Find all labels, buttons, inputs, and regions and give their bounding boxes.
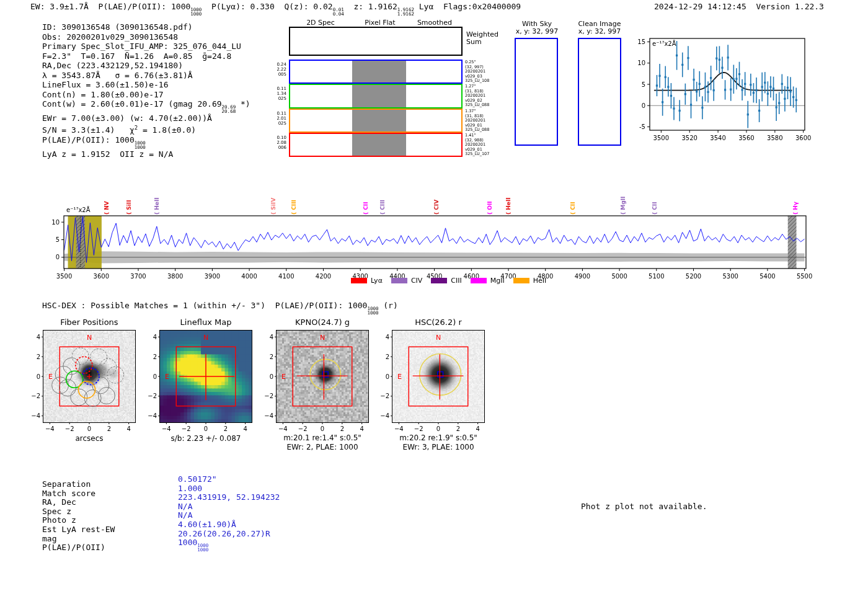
hsc-title: HSC(26.2) r (376, 318, 500, 327)
data-point-24 (724, 89, 726, 91)
lineflux-ytick-label: 2 (153, 353, 157, 360)
match-row-label-7: P(LAE)/P(OII) (42, 543, 115, 553)
info-line-7-text-0: Cont(n) = 1.80(±0.00)e-17 (42, 90, 164, 99)
emission-line-label-ciii-6: ( CIII (380, 200, 386, 215)
data-point-2 (662, 101, 663, 103)
data-point-41 (773, 87, 774, 89)
hsc-caption-1: m:20.2 re:1.9" s:0.5" (370, 433, 507, 442)
emission-line-label-cii-10: ( CII (570, 202, 576, 215)
clean-image-box (578, 38, 621, 146)
spec2d-row-2-flat (352, 85, 406, 107)
match-row-label-5: Est LyA rest-EW (42, 525, 115, 535)
info-line-3-text-0: F=2.3" T=0.167 N̄=1.26 A=0.85 ḡ=24.8 (42, 51, 231, 61)
main-ytick-label: 10 (51, 219, 60, 226)
match-value-4-text-0: N/A (178, 510, 192, 520)
data-point-47 (789, 91, 791, 92)
info-line-8-text-2: *) (236, 99, 250, 109)
main-xtick-label: 5100 (649, 273, 664, 280)
data-point-36 (758, 110, 760, 112)
data-point-3 (665, 76, 666, 78)
lineflux-ytick-label: −4 (148, 412, 157, 419)
main-xtick-label: 5400 (760, 273, 775, 280)
spectrum-line (64, 216, 805, 262)
main-xtick-label: 3700 (130, 273, 146, 280)
info-line-6: LineFlux = 3.60(±1.50)e-16 (42, 80, 250, 90)
fiber-xtick-label: 4 (126, 425, 130, 432)
info-line-2: Primary Spec_Slot_IFU_AMP: 325_076_044_L… (42, 42, 250, 51)
fiber-ytick-label: −4 (31, 412, 40, 419)
info-line-1: Obs: 20200201v029_3090136548 (42, 32, 250, 42)
main-ytick-label: 0 (56, 254, 60, 260)
detail-ytick-label: 5 (642, 81, 645, 88)
legend-item-3: MgII (471, 277, 505, 285)
fiber-positions-image (43, 331, 135, 422)
lineflux-xtick-label: 4 (243, 425, 247, 432)
col-title-pixel-flat: Pixel Flat (358, 19, 402, 27)
emission-line-label-mgii-11: ( MgII (621, 197, 626, 215)
spectrum-legend: LyαCIVCIIIMgIIHeII (351, 277, 555, 285)
lineflux-caption: s/b: 2.23 +/- 0.087 (138, 434, 274, 443)
info-line-4: RA,Dec (223.432129,52.194180) (42, 61, 250, 71)
legend-swatch-1 (391, 278, 407, 283)
header-datetime-version: 2024-12-29 14:12:45 Version 1.22.3 (654, 2, 824, 12)
detail-chart-frame (650, 38, 805, 130)
legend-item-0: Lyα (351, 277, 383, 285)
spec2d-row-1-left-labels: 0.242.22005 (272, 62, 286, 77)
kpno-xtick-label: −2 (298, 425, 308, 432)
match-row-label-3: Spec z (42, 507, 115, 517)
info-line-11-fraction-1: 10001000 (135, 141, 146, 149)
main-xtick-label: 4000 (241, 273, 257, 280)
data-point-0 (656, 84, 658, 86)
match-row-value-2: 223.431919, 52.194232 (178, 493, 280, 502)
data-point-38 (764, 82, 766, 84)
data-point-40 (769, 86, 771, 88)
match-row-value-6: 20.26(20.26,20.27)R (178, 530, 280, 539)
detail-xtick-label: 3580 (767, 135, 782, 141)
emission-line-label-siiv-3: ( SiIV (271, 198, 277, 215)
spec2d-row-3-flat (352, 110, 406, 131)
legend-label-0: Lyα (371, 277, 383, 285)
info-line-5: λ = 3543.87Å σ = 6.76(±3.81)Å (42, 71, 250, 81)
data-point-13 (693, 79, 695, 81)
data-point-18 (707, 91, 709, 93)
data-point-22 (719, 59, 720, 61)
fiber-positions-title: Fiber Positions (27, 318, 151, 327)
emission-line-label-hγ-13: ( Hγ (793, 202, 799, 215)
kpno-xtick-label: 2 (340, 425, 344, 432)
data-point-28 (735, 78, 737, 79)
with-sky-coords: x, y: 32, 997 (516, 27, 558, 35)
hsc-ytick-label: 4 (386, 334, 389, 340)
fiber-ytick-label: 4 (37, 334, 40, 340)
match-value-5-text-0: 4.60(±1.90)Å (178, 520, 236, 529)
emission-line-label-civ-7: ( CIV (434, 200, 440, 215)
match-row-value-3: N/A (178, 502, 280, 512)
lineflux-xtick-label: 0 (204, 425, 208, 432)
lineflux-xtick-label: −4 (162, 425, 171, 432)
main-xtick-label: 5300 (722, 273, 738, 280)
legend-item-1: CIV (391, 277, 422, 285)
match-value-7-text-0: 1000 (178, 538, 197, 547)
spec2d-row-1-right-labels: 0.25"(32, 997)20200201v029_03325_LU_108 (465, 60, 502, 84)
data-point-26 (730, 89, 732, 91)
col-title-2d-spec: 2D Spec (298, 19, 343, 27)
kpno-xtick-label: 0 (321, 425, 324, 432)
fiber-xtick-label: −4 (45, 425, 55, 432)
match-table-values: 0.50172"1.000223.431919, 52.194232N/AN/A… (178, 475, 280, 553)
hsc-caption-2: EWr: 3, PLAE: 1000 (370, 443, 507, 451)
fiber-ytick-label: −2 (31, 393, 40, 399)
sky-band-hatch (788, 216, 797, 269)
photz-note: Phot z plot not available. (581, 502, 707, 512)
spec2d-row-3-left-labels: 0.112.01025 (272, 111, 286, 126)
info-line-12: LyA z = 1.9152 OII z = N/A (42, 149, 250, 159)
legend-label-4: HeII (533, 277, 547, 285)
emission-line-label-heii-2: ( HeII (154, 197, 160, 215)
spec2d-row-4-right-labels: 1.41"(32, 988)20200201v029_01325_LU_107 (465, 133, 502, 157)
info-line-11-text-0: P(LAE)/P(OII): 1000 (42, 135, 135, 144)
elixer-report-page: EW: 3.9±1.7Å P(LAE)/P(OII): 100010001000… (0, 0, 868, 591)
spec2d-row-2-right-labels: 1.27"(31, 818)20200201v029_02325_LU_088 (465, 84, 502, 108)
hsc-ytick-label: −2 (380, 393, 389, 399)
detail-ytick-label: 15 (637, 38, 645, 45)
match-value-0-text-0: 0.50172" (178, 474, 217, 484)
hsc-xtick-label: −2 (414, 425, 423, 432)
data-point-14 (696, 91, 698, 92)
